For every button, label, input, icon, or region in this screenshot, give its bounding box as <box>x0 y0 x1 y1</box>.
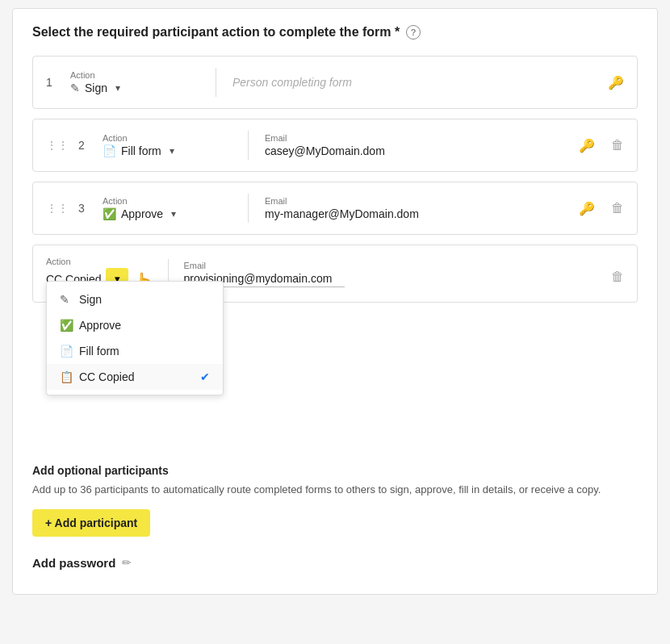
email-label-3: Email <box>265 196 426 206</box>
email-value-3: my-manager@MyDomain.dom <box>265 207 426 220</box>
action-label-2: Action <box>103 133 232 143</box>
key-icon-2[interactable]: 🔑 <box>579 138 595 153</box>
action-chevron-1[interactable]: ▾ <box>112 82 124 94</box>
dropdown-fillform-label: Fill form <box>79 345 119 358</box>
active-row-inner: Action CC Copied ▾ 👆 Email provisioning@… <box>46 257 598 291</box>
drag-handle-3[interactable]: ⋮⋮ <box>46 202 69 215</box>
optional-title: Add optional participants <box>32 464 638 477</box>
dropdown-item-approve[interactable]: ✅ Approve <box>47 312 223 338</box>
action-select-3[interactable]: ✅ Approve ▾ <box>103 207 232 220</box>
key-icon-1[interactable]: 🔑 <box>608 75 624 90</box>
placeholder-1: Person completing form <box>232 76 352 89</box>
main-container: Select the required participant action t… <box>12 8 658 595</box>
check-icon: ✔ <box>200 370 210 383</box>
participant-row-2: ⋮⋮ 2 Action 📄 Fill form ▾ Email casey@My… <box>32 119 638 172</box>
divider-1 <box>216 68 216 97</box>
divider-2 <box>248 131 249 160</box>
action-value-1: Sign <box>85 82 107 94</box>
action-select-1[interactable]: ✎ Sign ▾ <box>70 82 199 94</box>
dropdown-approve-label: Approve <box>79 319 121 332</box>
key-icon-3[interactable]: 🔑 <box>579 201 595 216</box>
optional-section: Add optional participants Add up to 36 p… <box>32 464 638 537</box>
page-title: Select the required participant action t… <box>32 25 400 40</box>
action-chevron-2[interactable]: ▾ <box>166 145 178 157</box>
delete-icon-4[interactable]: 🗑 <box>611 270 624 284</box>
sign-icon-1: ✎ <box>70 82 80 94</box>
email-field-group-2: Email casey@MyDomain.dom <box>265 133 426 157</box>
optional-description: Add up to 36 participants to automatical… <box>32 482 638 498</box>
fillform-icon-2: 📄 <box>103 144 116 157</box>
cccopied-dropdown-icon: 📋 <box>60 370 73 383</box>
delete-icon-2[interactable]: 🗑 <box>611 138 624 153</box>
add-participant-button[interactable]: + Add participant <box>32 509 150 537</box>
action-select-2[interactable]: 📄 Fill form ▾ <box>103 144 232 157</box>
action-label-3: Action <box>103 196 232 206</box>
dropdown-cccopied-label: CC Copied <box>79 370 134 383</box>
action-chevron-3[interactable]: ▾ <box>168 208 179 220</box>
row-number-3: 3 <box>78 202 93 215</box>
add-participant-label: + Add participant <box>45 516 137 529</box>
dropdown-item-cccopied[interactable]: 📋 CC Copied ✔ <box>47 364 223 390</box>
action-field-group-2: Action 📄 Fill form ▾ <box>103 133 232 157</box>
password-section: Add password ✏ <box>32 556 638 570</box>
action-field-group-1: Action ✎ Sign ▾ <box>70 70 199 94</box>
dropdown-item-fillform[interactable]: 📄 Fill form <box>47 338 223 364</box>
password-title: Add password <box>32 556 115 570</box>
action-label-1: Action <box>70 70 199 80</box>
page-title-area: Select the required participant action t… <box>32 25 638 40</box>
dropdown-item-sign[interactable]: ✎ Sign <box>47 286 223 312</box>
approve-icon-3: ✅ <box>103 207 116 220</box>
action-value-3: Approve <box>121 207 163 220</box>
edit-password-icon[interactable]: ✏ <box>122 556 132 569</box>
delete-icon-3[interactable]: 🗑 <box>611 201 624 215</box>
sign-dropdown-icon: ✎ <box>60 293 73 306</box>
email-field-group-3: Email my-manager@MyDomain.dom <box>265 196 426 220</box>
row-number-1: 1 <box>46 76 61 89</box>
help-icon[interactable]: ? <box>406 25 421 40</box>
email-label-2: Email <box>265 133 426 143</box>
drag-handle-2[interactable]: ⋮⋮ <box>46 139 69 152</box>
action-value-2: Fill form <box>121 144 161 157</box>
email-value-2: casey@MyDomain.dom <box>265 144 426 157</box>
dropdown-sign-label: Sign <box>79 293 102 306</box>
active-email-label: Email <box>183 261 345 270</box>
row-number-2: 2 <box>78 139 93 152</box>
fillform-dropdown-icon: 📄 <box>60 345 73 358</box>
participant-row-1: 1 Action ✎ Sign ▾ Person completing form… <box>32 56 638 109</box>
approve-dropdown-icon: ✅ <box>60 319 73 332</box>
participant-row-4: Action CC Copied ▾ 👆 Email provisioning@… <box>32 245 638 303</box>
participant-row-3: ⋮⋮ 3 Action ✅ Approve ▾ Email my-manager… <box>32 182 638 235</box>
action-field-group-3: Action ✅ Approve ▾ <box>103 196 232 220</box>
action-dropdown-menu: ✎ Sign ✅ Approve 📄 Fill form 📋 CC Copied… <box>46 281 224 395</box>
active-action-label: Action <box>46 257 153 266</box>
divider-3 <box>248 194 249 223</box>
